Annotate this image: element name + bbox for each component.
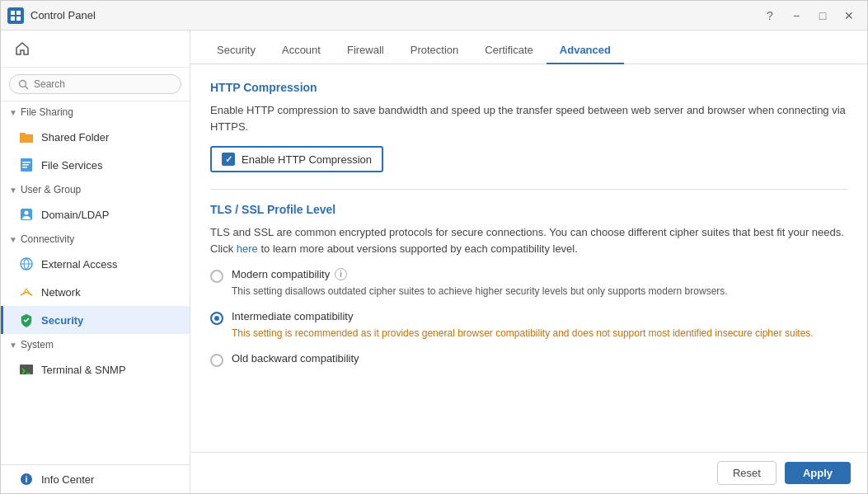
network-icon — [18, 284, 35, 300]
sidebar-label-shared-folder: Shared Folder — [41, 131, 109, 143]
sidebar: ▼ File Sharing Shared Folder File Servic… — [1, 31, 190, 493]
section-file-sharing: ▼ File Sharing Shared Folder File Servic… — [1, 101, 190, 179]
radio-label-row-old-backward: Old backward compatibility — [232, 352, 847, 365]
radio-content-old-backward: Old backward compatibility — [232, 352, 847, 368]
sidebar-label-file-services: File Services — [41, 159, 102, 172]
search-input[interactable] — [34, 78, 172, 90]
app-icon — [7, 7, 24, 24]
section-label-connectivity: Connectivity — [21, 233, 74, 245]
radio-desc-intermediate: This setting is recommended as it provid… — [232, 326, 847, 341]
sidebar-label-info-center: Info Center — [41, 473, 94, 486]
sidebar-search-container — [1, 68, 190, 101]
chevron-down-icon-3: ▼ — [9, 235, 17, 244]
sidebar-item-network[interactable]: Network — [1, 278, 190, 306]
http-compression-title: HTTP Compression — [210, 81, 847, 94]
minimize-button[interactable]: − — [785, 6, 808, 26]
svg-rect-0 — [11, 11, 15, 15]
section-header-user-group[interactable]: ▼ User & Group — [1, 179, 190, 200]
sidebar-item-external-access[interactable]: External Access — [1, 250, 190, 278]
tab-bar: Security Account Firewall Protection Cer… — [190, 31, 867, 64]
svg-line-5 — [26, 86, 29, 89]
tab-security[interactable]: Security — [204, 37, 269, 64]
footer: Reset Apply — [190, 452, 867, 493]
content-body: HTTP Compression Enable HTTP compression… — [190, 64, 867, 452]
radio-modern[interactable]: Modern compatibility i This setting disa… — [210, 268, 847, 299]
radio-circle-intermediate — [210, 312, 223, 325]
main-window: Control Panel ? − □ ✕ — [0, 0, 868, 494]
tab-protection[interactable]: Protection — [397, 37, 472, 64]
radio-content-modern: Modern compatibility i This setting disa… — [232, 268, 847, 299]
tls-ssl-section: TLS / SSL Profile Level TLS and SSL are … — [210, 203, 847, 368]
svg-rect-8 — [22, 164, 29, 166]
sidebar-item-shared-folder[interactable]: Shared Folder — [1, 123, 190, 151]
sidebar-item-terminal-snmp[interactable]: Terminal & SNMP — [1, 355, 190, 383]
sidebar-label-security: Security — [41, 314, 83, 327]
section-header-connectivity[interactable]: ▼ Connectivity — [1, 228, 190, 250]
radio-label-intermediate: Intermediate compatibility — [232, 310, 353, 322]
section-connectivity: ▼ Connectivity External Access Network — [1, 228, 190, 334]
tab-account[interactable]: Account — [269, 37, 334, 64]
svg-rect-1 — [16, 11, 21, 15]
radio-old-backward[interactable]: Old backward compatibility — [210, 352, 847, 368]
external-access-icon — [18, 256, 35, 272]
security-icon — [18, 312, 35, 328]
sidebar-item-info-center[interactable]: i Info Center — [1, 465, 190, 493]
tab-certificate[interactable]: Certificate — [472, 37, 547, 64]
svg-rect-13 — [20, 365, 33, 374]
http-compression-desc: Enable HTTP compression to save bandwidt… — [210, 102, 847, 134]
chevron-down-icon: ▼ — [9, 108, 17, 117]
radio-circle-modern — [210, 270, 223, 283]
svg-rect-7 — [22, 162, 30, 163]
radio-label-row-intermediate: Intermediate compatibility — [232, 310, 847, 322]
maximize-button[interactable]: □ — [811, 6, 834, 26]
radio-intermediate[interactable]: Intermediate compatibility This setting … — [210, 310, 847, 341]
sidebar-item-file-services[interactable]: File Services — [1, 151, 190, 179]
info-icon: i — [18, 471, 35, 487]
reset-button[interactable]: Reset — [717, 461, 777, 485]
radio-content-intermediate: Intermediate compatibility This setting … — [232, 310, 847, 341]
help-button[interactable]: ? — [758, 6, 781, 26]
sidebar-item-security[interactable]: Security — [1, 306, 190, 334]
sidebar-label-domain-ldap: Domain/LDAP — [41, 209, 109, 221]
info-badge-modern[interactable]: i — [335, 268, 347, 280]
enable-http-compression-checkbox[interactable]: Enable HTTP Compression — [210, 146, 383, 172]
tab-firewall[interactable]: Firewall — [334, 37, 397, 64]
svg-point-4 — [20, 80, 26, 87]
svg-rect-3 — [16, 16, 21, 21]
section-label-file-sharing: File Sharing — [21, 106, 73, 118]
radio-label-modern: Modern compatibility — [232, 268, 330, 280]
section-divider — [210, 189, 847, 190]
main-layout: ▼ File Sharing Shared Folder File Servic… — [1, 31, 867, 493]
radio-circle-old-backward — [210, 354, 223, 367]
search-box[interactable] — [9, 74, 181, 94]
sidebar-item-domain-ldap[interactable]: Domain/LDAP — [1, 200, 190, 228]
titlebar: Control Panel ? − □ ✕ — [1, 1, 867, 31]
chevron-down-icon-4: ▼ — [9, 341, 17, 350]
chevron-down-icon-2: ▼ — [9, 186, 17, 195]
radio-label-row-modern: Modern compatibility i — [232, 268, 847, 280]
tls-ssl-radio-group: Modern compatibility i This setting disa… — [210, 268, 847, 368]
window-title: Control Panel — [30, 9, 758, 21]
learn-more-link[interactable]: here — [237, 242, 258, 255]
svg-text:i: i — [25, 474, 27, 484]
terminal-icon — [18, 361, 35, 378]
checkbox-label: Enable HTTP Compression — [242, 153, 372, 166]
svg-point-11 — [25, 211, 29, 215]
http-compression-section: HTTP Compression Enable HTTP compression… — [210, 81, 847, 172]
tls-ssl-title: TLS / SSL Profile Level — [210, 203, 847, 216]
close-button[interactable]: ✕ — [838, 6, 861, 26]
sidebar-label-terminal-snmp: Terminal & SNMP — [41, 364, 126, 376]
section-label-user-group: User & Group — [21, 184, 81, 195]
content-area: Security Account Firewall Protection Cer… — [190, 31, 867, 493]
file-services-icon — [18, 157, 35, 173]
sidebar-label-network: Network — [41, 286, 81, 299]
section-header-file-sharing[interactable]: ▼ File Sharing — [1, 101, 190, 123]
radio-label-old-backward: Old backward compatibility — [232, 352, 359, 365]
tab-advanced[interactable]: Advanced — [547, 37, 624, 64]
folder-icon — [18, 129, 35, 145]
section-header-system[interactable]: ▼ System — [1, 334, 190, 355]
home-button[interactable] — [9, 35, 35, 62]
apply-button[interactable]: Apply — [785, 462, 851, 484]
sidebar-label-external-access: External Access — [41, 258, 118, 271]
window-controls: ? − □ ✕ — [758, 6, 861, 26]
